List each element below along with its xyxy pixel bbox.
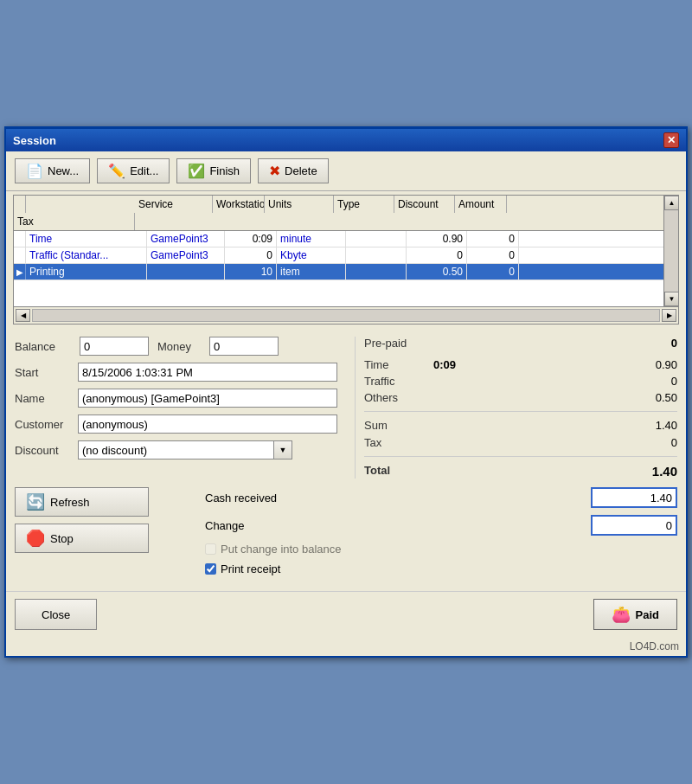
money-input[interactable]: [209, 337, 279, 356]
name-input[interactable]: [78, 389, 337, 408]
cell-discount-2: [346, 247, 407, 263]
print-receipt-checkbox[interactable]: [205, 563, 216, 575]
put-change-label: Put change into balance: [221, 543, 342, 556]
customer-input[interactable]: [78, 414, 337, 434]
edit-button[interactable]: ✏️ Edit...: [97, 158, 170, 183]
cell-service-3: Printing: [26, 264, 147, 280]
time-label: Time: [364, 358, 433, 371]
traffic-row: Traffic 0: [364, 375, 677, 388]
put-change-checkbox[interactable]: [205, 543, 216, 555]
balance-input[interactable]: [80, 337, 149, 356]
total-row: Total 1.40: [364, 464, 677, 479]
start-label: Start: [15, 366, 71, 379]
others-row: Others 0.50: [364, 391, 677, 404]
total-label: Total: [364, 464, 390, 479]
watermark: LO4D.com: [6, 637, 686, 656]
discount-input[interactable]: [78, 440, 273, 459]
stop-icon: 🛑: [26, 529, 45, 548]
new-icon: 📄: [26, 163, 43, 179]
col-discount: Discount: [394, 196, 455, 213]
traffic-value: [433, 375, 485, 388]
watermark-text: LO4D.com: [630, 640, 679, 652]
cell-workstation-3: [147, 264, 225, 280]
name-row: Name: [15, 389, 337, 408]
scroll-track: [664, 210, 678, 292]
col-type: Type: [334, 196, 394, 213]
prepaid-row: Pre-paid 0: [364, 337, 677, 350]
new-button[interactable]: 📄 New...: [15, 158, 90, 183]
cell-tax-3: 0: [467, 264, 519, 280]
finish-button[interactable]: ✅ Finish: [176, 158, 251, 183]
change-input[interactable]: [591, 515, 677, 536]
col-service: Service: [135, 196, 213, 213]
discount-label: Discount: [15, 444, 71, 457]
cell-amount-3: 0.50: [407, 264, 467, 280]
title-bar: Session ✕: [6, 129, 686, 151]
cell-units-3: 10: [225, 264, 277, 280]
change-label: Change: [205, 519, 245, 532]
sum-label: Sum: [364, 419, 388, 432]
sum-value: 1.40: [656, 419, 677, 432]
money-label: Money: [157, 340, 201, 353]
cell-service-1: Time: [26, 231, 147, 247]
detail-section: Balance Money Start Name Customer: [6, 328, 686, 487]
start-input[interactable]: [78, 363, 337, 382]
start-row: Start: [15, 363, 337, 382]
scroll-right-btn[interactable]: ▶: [662, 309, 676, 322]
finish-label: Finish: [209, 164, 240, 177]
tax-label: Tax: [364, 436, 381, 449]
table-header: Service Workstation Units Type Discount …: [14, 196, 663, 231]
services-table: Service Workstation Units Type Discount …: [13, 195, 679, 325]
scroll-up-btn[interactable]: ▲: [664, 196, 679, 210]
traffic-amount: 0: [485, 375, 677, 388]
refresh-icon: 🔄: [26, 492, 45, 511]
col-amount: Amount: [455, 196, 507, 213]
col-units: Units: [265, 196, 334, 213]
edit-label: Edit...: [130, 164, 158, 177]
discount-row: Discount ▼: [15, 440, 337, 459]
tax-row: Tax 0: [364, 436, 677, 449]
time-value: 0:09: [433, 358, 485, 371]
scroll-left-btn[interactable]: ◀: [16, 309, 30, 322]
cell-discount-1: [346, 231, 407, 247]
delete-button[interactable]: ✖ Delete: [258, 158, 329, 183]
form-left: Balance Money Start Name Customer: [15, 337, 355, 479]
scroll-down-btn[interactable]: ▼: [664, 292, 679, 306]
close-button[interactable]: Close: [15, 599, 97, 630]
refresh-button[interactable]: 🔄 Refresh: [15, 487, 149, 517]
cell-tax-2: 0: [467, 247, 519, 263]
form-right: Pre-paid 0 Time 0:09 0.90 Traffic 0 Othe…: [355, 337, 677, 479]
cell-tax-1: 0: [467, 231, 519, 247]
table-row[interactable]: Traffic (Standar... GamePoint3 0 Kbyte 0…: [14, 247, 663, 264]
close-window-button[interactable]: ✕: [663, 132, 679, 148]
paid-icon: 👛: [612, 605, 631, 624]
session-window: Session ✕ 📄 New... ✏️ Edit... ✅ Finish ✖…: [4, 126, 688, 658]
cell-amount-1: 0.90: [407, 231, 467, 247]
paid-button[interactable]: 👛 Paid: [593, 599, 677, 630]
discount-dropdown-btn[interactable]: ▼: [273, 440, 292, 459]
cash-received-row: Cash received: [205, 487, 677, 508]
cell-discount-3: [346, 264, 407, 280]
edit-icon: ✏️: [108, 163, 125, 179]
cell-type-3: item: [277, 264, 346, 280]
name-label: Name: [15, 392, 71, 405]
table-scrollbar-h[interactable]: ◀ ▶: [14, 306, 678, 324]
cell-amount-2: 0: [407, 247, 467, 263]
cell-workstation-1: GamePoint3: [147, 231, 225, 247]
refresh-label: Refresh: [50, 496, 90, 509]
time-amount: 0.90: [485, 358, 677, 371]
table-row[interactable]: Time GamePoint3 0:09 minute 0.90 0: [14, 231, 663, 247]
stop-button[interactable]: 🛑 Stop: [15, 524, 149, 553]
cash-received-input[interactable]: [591, 487, 677, 508]
paid-label: Paid: [636, 608, 659, 621]
table-scrollbar-v[interactable]: ▲ ▼: [663, 196, 678, 306]
close-label: Close: [42, 608, 70, 621]
customer-row: Customer: [15, 414, 337, 434]
total-value: 1.40: [652, 464, 677, 479]
discount-wrapper: ▼: [78, 440, 292, 459]
put-change-row: Put change into balance: [205, 543, 677, 556]
time-row: Time 0:09 0.90: [364, 358, 677, 371]
table-row[interactable]: ▶ Printing 10 item 0.50 0: [14, 264, 663, 280]
traffic-label: Traffic: [364, 375, 433, 388]
cash-section: Cash received Change Put change into bal…: [188, 487, 677, 582]
